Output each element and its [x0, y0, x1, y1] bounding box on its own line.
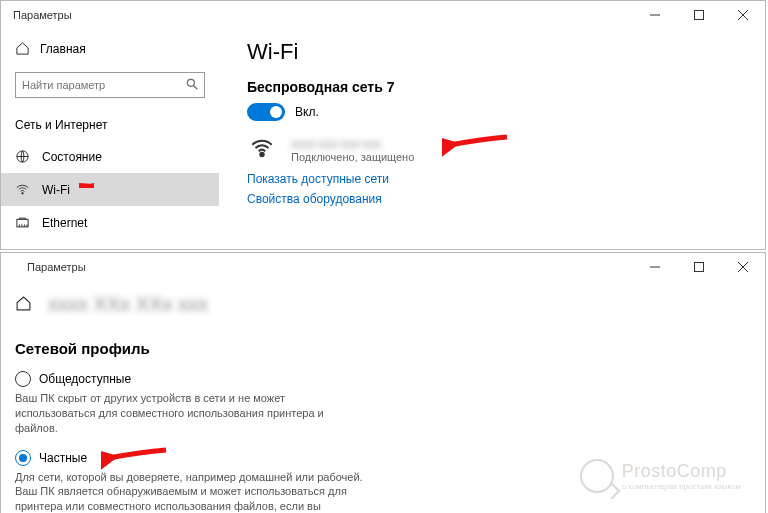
home-label: Главная	[40, 42, 86, 56]
watermark: ProstoComp о компьютерах простым языком	[580, 459, 741, 493]
radio-icon-selected	[15, 450, 31, 466]
hardware-properties-link[interactable]: Свойства оборудования	[247, 192, 745, 206]
show-networks-link[interactable]: Показать доступные сети	[247, 172, 745, 186]
home-link[interactable]: Главная	[1, 35, 219, 62]
toggle-track	[247, 103, 285, 121]
svg-point-9	[260, 153, 263, 156]
window-title: Параметры	[13, 261, 633, 273]
svg-rect-1	[695, 11, 704, 20]
sidebar-item-label: Ethernet	[42, 216, 87, 230]
svg-line-5	[194, 86, 198, 90]
wifi-toggle[interactable]: Вкл.	[247, 103, 319, 121]
close-button[interactable]	[721, 253, 765, 281]
search-icon	[185, 77, 199, 94]
maximize-button[interactable]	[677, 253, 721, 281]
search-input[interactable]	[15, 72, 205, 98]
radio-label: Частные	[39, 451, 87, 465]
svg-point-7	[22, 193, 24, 195]
svg-point-4	[187, 79, 194, 86]
home-icon	[15, 41, 30, 56]
sidebar-item-status[interactable]: Состояние	[1, 140, 219, 173]
wifi-signal-icon	[247, 135, 277, 164]
watermark-icon	[580, 459, 614, 493]
radio-public[interactable]: Общедоступные	[15, 371, 367, 387]
ssid-title-blurred: xxxx XXx XXx xxx	[48, 293, 208, 316]
sidebar-item-label: Состояние	[42, 150, 102, 164]
close-button[interactable]	[721, 1, 765, 29]
watermark-title: ProstoComp	[622, 461, 741, 482]
sidebar-item-label: Wi-Fi	[42, 183, 70, 197]
minimize-button[interactable]	[633, 253, 677, 281]
ssid-blurred: xxxx-xxx-xxx-xxx	[291, 137, 414, 151]
toggle-label: Вкл.	[295, 105, 319, 119]
wifi-icon	[15, 182, 30, 197]
connected-network[interactable]: xxxx-xxx-xxx-xxx Подключено, защищено	[247, 135, 745, 164]
window-title: Параметры	[13, 9, 633, 21]
maximize-button[interactable]	[677, 1, 721, 29]
watermark-subtitle: о компьютерах простым языком	[622, 482, 741, 491]
connection-status: Подключено, защищено	[291, 151, 414, 163]
private-description: Для сети, которой вы доверяете, например…	[15, 470, 367, 513]
minimize-button[interactable]	[633, 1, 677, 29]
radio-private[interactable]: Частные	[15, 450, 367, 466]
ethernet-icon	[15, 215, 30, 230]
section-heading: Сетевой профиль	[15, 340, 367, 357]
radio-label: Общедоступные	[39, 372, 131, 386]
home-icon[interactable]	[15, 295, 32, 315]
page-title: Wi-Fi	[247, 39, 745, 65]
network-name: Беспроводная сеть 7	[247, 79, 745, 95]
section-label: Сеть и Интернет	[1, 112, 219, 140]
public-description: Ваш ПК скрыт от других устройств в сети …	[15, 391, 367, 436]
annotation-arrow	[79, 173, 94, 188]
status-icon	[15, 149, 30, 164]
sidebar-item-wifi[interactable]: Wi-Fi	[1, 173, 219, 206]
radio-icon	[15, 371, 31, 387]
sidebar-item-ethernet[interactable]: Ethernet	[1, 206, 219, 239]
annotation-arrow	[442, 129, 512, 159]
svg-rect-11	[695, 263, 704, 272]
